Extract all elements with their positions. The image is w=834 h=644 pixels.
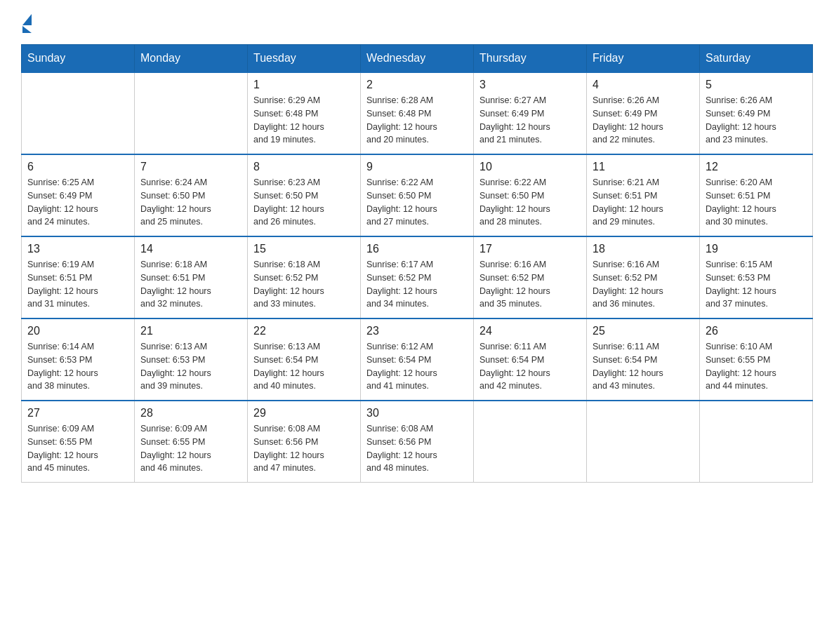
- day-number: 30: [366, 407, 468, 420]
- week-row-1: 1Sunrise: 6:29 AMSunset: 6:48 PMDaylight…: [22, 72, 813, 154]
- info-line: Daylight: 12 hours: [253, 367, 355, 380]
- info-line: Daylight: 12 hours: [27, 203, 128, 216]
- header-day-thursday: Thursday: [474, 45, 587, 73]
- calendar-cell: 10Sunrise: 6:22 AMSunset: 6:50 PMDayligh…: [474, 154, 587, 236]
- calendar-cell: 30Sunrise: 6:08 AMSunset: 6:56 PMDayligh…: [361, 401, 474, 483]
- day-info: Sunrise: 6:11 AMSunset: 6:54 PMDaylight:…: [593, 340, 694, 393]
- day-info: Sunrise: 6:16 AMSunset: 6:52 PMDaylight:…: [479, 258, 581, 311]
- info-line: Sunrise: 6:20 AM: [706, 176, 807, 189]
- calendar-cell: 18Sunrise: 6:16 AMSunset: 6:52 PMDayligh…: [587, 236, 700, 318]
- header-day-friday: Friday: [587, 45, 700, 73]
- day-info: Sunrise: 6:17 AMSunset: 6:52 PMDaylight:…: [366, 258, 468, 311]
- info-line: Sunrise: 6:18 AM: [253, 258, 355, 271]
- calendar-cell: 23Sunrise: 6:12 AMSunset: 6:54 PMDayligh…: [361, 318, 474, 401]
- day-number: 26: [706, 325, 807, 337]
- info-line: and 36 minutes.: [593, 297, 694, 311]
- info-line: Sunrise: 6:24 AM: [140, 176, 241, 189]
- header-day-monday: Monday: [135, 45, 248, 73]
- logo: [21, 14, 32, 30]
- info-line: Sunrise: 6:09 AM: [140, 422, 241, 436]
- calendar-cell: 21Sunrise: 6:13 AMSunset: 6:53 PMDayligh…: [135, 318, 248, 401]
- info-line: Sunset: 6:55 PM: [706, 354, 807, 367]
- info-line: Daylight: 12 hours: [366, 285, 468, 298]
- calendar-cell: [22, 72, 135, 154]
- info-line: Sunset: 6:53 PM: [140, 354, 241, 367]
- week-row-5: 27Sunrise: 6:09 AMSunset: 6:55 PMDayligh…: [22, 401, 813, 483]
- day-number: 25: [593, 325, 694, 337]
- info-line: Sunrise: 6:22 AM: [366, 176, 468, 189]
- calendar-cell: 19Sunrise: 6:15 AMSunset: 6:53 PMDayligh…: [700, 236, 813, 318]
- info-line: Sunset: 6:55 PM: [27, 436, 128, 449]
- day-info: Sunrise: 6:15 AMSunset: 6:53 PMDaylight:…: [706, 258, 807, 311]
- calendar-cell: 13Sunrise: 6:19 AMSunset: 6:51 PMDayligh…: [22, 236, 135, 318]
- info-line: and 30 minutes.: [706, 215, 807, 229]
- day-info: Sunrise: 6:24 AMSunset: 6:50 PMDaylight:…: [140, 176, 241, 229]
- day-number: 9: [366, 161, 468, 173]
- info-line: Daylight: 12 hours: [593, 367, 694, 380]
- info-line: and 48 minutes.: [366, 462, 468, 475]
- day-number: 4: [593, 79, 694, 91]
- info-line: and 41 minutes.: [366, 380, 468, 393]
- info-line: Sunrise: 6:11 AM: [593, 340, 694, 354]
- info-line: Daylight: 12 hours: [706, 285, 807, 298]
- info-line: and 39 minutes.: [140, 380, 241, 393]
- day-info: Sunrise: 6:19 AMSunset: 6:51 PMDaylight:…: [27, 258, 128, 311]
- info-line: and 21 minutes.: [479, 133, 581, 147]
- day-info: Sunrise: 6:09 AMSunset: 6:55 PMDaylight:…: [140, 422, 241, 475]
- day-info: Sunrise: 6:18 AMSunset: 6:51 PMDaylight:…: [140, 258, 241, 311]
- info-line: Sunrise: 6:08 AM: [253, 422, 355, 436]
- info-line: Sunrise: 6:14 AM: [27, 340, 128, 354]
- info-line: and 27 minutes.: [366, 215, 468, 229]
- info-line: Sunrise: 6:13 AM: [253, 340, 355, 354]
- day-number: 20: [27, 325, 128, 337]
- calendar-cell: [700, 401, 813, 483]
- day-info: Sunrise: 6:11 AMSunset: 6:54 PMDaylight:…: [479, 340, 581, 393]
- calendar-cell: 8Sunrise: 6:23 AMSunset: 6:50 PMDaylight…: [248, 154, 361, 236]
- info-line: Sunset: 6:49 PM: [706, 107, 807, 121]
- info-line: Sunset: 6:52 PM: [479, 271, 581, 285]
- calendar-cell: [135, 72, 248, 154]
- info-line: Daylight: 12 hours: [366, 367, 468, 380]
- info-line: Daylight: 12 hours: [140, 203, 241, 216]
- info-line: Sunset: 6:52 PM: [366, 271, 468, 285]
- day-info: Sunrise: 6:22 AMSunset: 6:50 PMDaylight:…: [366, 176, 468, 229]
- info-line: Daylight: 12 hours: [706, 121, 807, 134]
- info-line: and 34 minutes.: [366, 297, 468, 311]
- day-number: 16: [366, 243, 468, 255]
- calendar-cell: 6Sunrise: 6:25 AMSunset: 6:49 PMDaylight…: [22, 154, 135, 236]
- info-line: and 46 minutes.: [140, 462, 241, 475]
- day-info: Sunrise: 6:27 AMSunset: 6:49 PMDaylight:…: [479, 94, 581, 147]
- info-line: Sunrise: 6:28 AM: [366, 94, 468, 107]
- info-line: and 31 minutes.: [27, 297, 128, 311]
- calendar-cell: 26Sunrise: 6:10 AMSunset: 6:55 PMDayligh…: [700, 318, 813, 401]
- day-number: 14: [140, 243, 241, 255]
- info-line: Sunset: 6:53 PM: [27, 354, 128, 367]
- calendar-cell: 3Sunrise: 6:27 AMSunset: 6:49 PMDaylight…: [474, 72, 587, 154]
- info-line: Daylight: 12 hours: [366, 449, 468, 462]
- info-line: Sunrise: 6:08 AM: [366, 422, 468, 436]
- info-line: Sunset: 6:56 PM: [253, 436, 355, 449]
- info-line: Daylight: 12 hours: [27, 449, 128, 462]
- info-line: Sunrise: 6:13 AM: [140, 340, 241, 354]
- calendar-cell: 1Sunrise: 6:29 AMSunset: 6:48 PMDaylight…: [248, 72, 361, 154]
- info-line: and 40 minutes.: [253, 380, 355, 393]
- day-info: Sunrise: 6:13 AMSunset: 6:53 PMDaylight:…: [140, 340, 241, 393]
- day-info: Sunrise: 6:16 AMSunset: 6:52 PMDaylight:…: [593, 258, 694, 311]
- info-line: Sunrise: 6:11 AM: [479, 340, 581, 354]
- day-number: 22: [253, 325, 355, 337]
- calendar-cell: 12Sunrise: 6:20 AMSunset: 6:51 PMDayligh…: [700, 154, 813, 236]
- info-line: Sunset: 6:49 PM: [27, 189, 128, 203]
- info-line: and 22 minutes.: [593, 133, 694, 147]
- day-info: Sunrise: 6:23 AMSunset: 6:50 PMDaylight:…: [253, 176, 355, 229]
- day-info: Sunrise: 6:26 AMSunset: 6:49 PMDaylight:…: [706, 94, 807, 147]
- day-info: Sunrise: 6:10 AMSunset: 6:55 PMDaylight:…: [706, 340, 807, 393]
- header-row: SundayMondayTuesdayWednesdayThursdayFrid…: [22, 45, 813, 73]
- info-line: Sunset: 6:54 PM: [593, 354, 694, 367]
- day-number: 5: [706, 79, 807, 91]
- info-line: and 23 minutes.: [706, 133, 807, 147]
- day-number: 13: [27, 243, 128, 255]
- info-line: Daylight: 12 hours: [366, 121, 468, 134]
- day-number: 3: [479, 79, 581, 91]
- week-row-3: 13Sunrise: 6:19 AMSunset: 6:51 PMDayligh…: [22, 236, 813, 318]
- info-line: Sunset: 6:51 PM: [27, 271, 128, 285]
